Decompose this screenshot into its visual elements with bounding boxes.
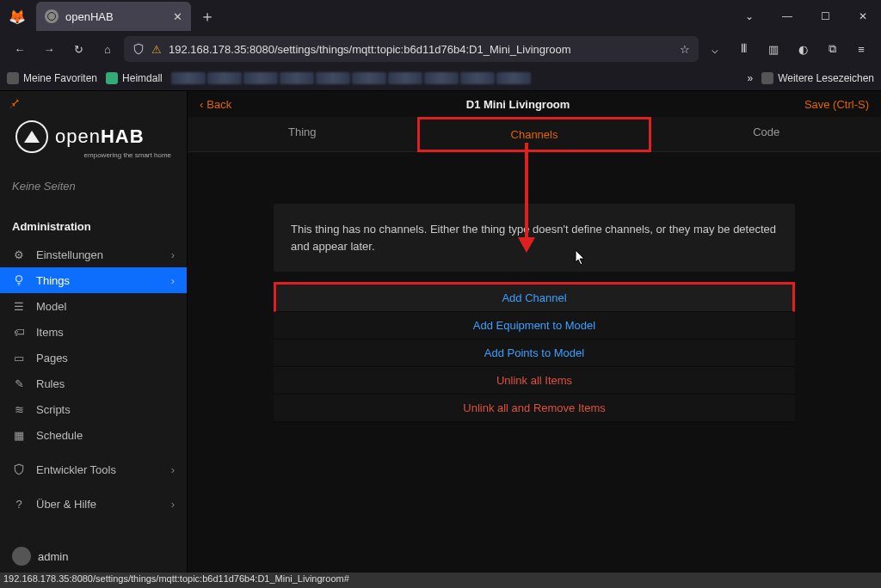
window-minimize-button[interactable]: — [769,10,805,22]
openhab-favicon-icon [45,9,59,23]
question-icon: ? [12,497,26,511]
tab-title: openHAB [65,10,114,23]
folder-icon [7,72,19,84]
chevron-left-icon: ‹ [200,98,203,111]
sidebar-icon[interactable]: ▥ [761,37,786,61]
tab-channels[interactable]: Channels [417,117,652,152]
library-icon[interactable]: 𝄃𝄃 [731,37,757,61]
tab-code[interactable]: Code [651,117,881,152]
user-name: admin [38,550,68,563]
no-channels-message: This thing has no channels. Either the t… [274,204,795,272]
sidebar-item-label: Pages [36,352,68,364]
bookmark-meine-favoriten[interactable]: Meine Favoriten [7,72,97,84]
openhab-logo-icon [15,120,48,153]
url-text: 192.168.178.35:8080/settings/things/mqtt… [169,43,673,56]
sidebar-item-settings[interactable]: ⚙ Einstellungen › [0,242,187,267]
main-content: ‹ Back D1 Mini Livingroom Save (Ctrl-S) … [188,91,881,573]
sidebar-item-label: Items [36,326,64,339]
nav-forward-button[interactable]: → [36,37,62,61]
sidebar: openHAB empowering the smart home Keine … [0,91,188,573]
sidebar-item-label: Einstellungen [36,248,103,261]
add-equipment-button[interactable]: Add Equipment to Model [274,312,795,340]
sidebar-user[interactable]: admin [0,540,187,573]
url-bar[interactable]: ⚠ 192.168.178.35:8080/settings/things/mq… [124,36,699,62]
extension-icon[interactable]: ◐ [790,37,816,61]
shield-icon [132,43,145,55]
firefox-logo-icon: 🦊 [7,9,28,25]
tab-close-icon[interactable]: ✕ [173,10,182,23]
nav-reload-button[interactable]: ↻ [65,37,91,61]
sidebar-item-pages[interactable]: ▭ Pages [0,345,187,371]
sidebar-item-label: Scripts [36,403,71,416]
browser-titlebar: 🦊 openHAB ✕ ＋ ⌄ — ☐ ✕ [0,0,881,33]
gear-icon: ⚙ [12,248,26,261]
sidebar-item-label: Rules [36,377,65,390]
sidebar-no-pages: Keine Seiten [0,173,187,199]
sidebar-item-label: Things [36,274,70,287]
nav-back-button[interactable]: ← [7,37,33,61]
tab-row: Thing Channels Code [188,117,881,152]
bookmark-label: Heimdall [122,72,163,84]
chevron-right-icon: › [171,248,175,261]
lightbulb-icon [12,273,26,287]
calendar-icon: ▦ [12,428,26,442]
window-icon: ▭ [12,351,26,364]
pocket-icon[interactable]: ⌵ [702,37,728,61]
unlink-all-button[interactable]: Unlink all Items [274,367,795,395]
browser-status-bar: 192.168.178.35:8080/settings/things/mqtt… [0,573,881,588]
sidebar-item-items[interactable]: 🏷 Items [0,319,187,345]
back-label: Back [206,98,231,111]
lock-insecure-icon: ⚠ [151,43,162,56]
add-channel-button[interactable]: Add Channel [274,282,795,312]
bookmark-label: Weitere Lesezeichen [778,72,874,84]
sidebar-item-rules[interactable]: ✎ Rules [0,371,187,396]
bookmark-label: Meine Favoriten [23,72,97,84]
browser-tab-active[interactable]: openHAB ✕ [36,2,191,31]
svg-point-0 [16,276,22,282]
sidebar-item-model[interactable]: ☰ Model [0,293,187,319]
sidebar-item-things[interactable]: Things › [0,267,187,293]
bookmark-heimdall[interactable]: Heimdall [106,72,163,84]
back-button[interactable]: ‹ Back [200,98,231,111]
sidebar-item-schedule[interactable]: ▦ Schedule [0,422,187,448]
nav-home-button[interactable]: ⌂ [95,37,120,61]
bookmark-weitere[interactable]: Weitere Lesezeichen [761,72,874,84]
channels-content: This thing has no channels. Either the t… [188,178,881,448]
sidebar-item-about[interactable]: ? Über & Hilfe › [0,491,187,517]
sidebar-item-scripts[interactable]: ≋ Scripts [0,396,187,422]
chevron-right-icon: › [171,274,175,287]
bookmarks-redacted [171,72,531,84]
sidebar-item-label: Model [36,300,66,313]
sidebar-item-devtools[interactable]: Entwickler Tools › [0,456,187,482]
sidebar-admin-header: Administration [0,211,187,242]
sidebar-nav: ⚙ Einstellungen › Things › ☰ Model 🏷 [0,242,187,517]
chevron-down-icon[interactable]: ⌄ [731,10,767,22]
tag-icon: 🏷 [12,325,26,339]
tab-thing[interactable]: Thing [188,117,417,152]
menu-icon[interactable]: ≡ [848,37,874,61]
script-icon: ≋ [12,402,26,416]
avatar-icon [12,547,31,566]
list-icon: ☰ [12,299,26,313]
sidebar-item-label: Entwickler Tools [36,463,116,476]
page-topbar: ‹ Back D1 Mini Livingroom Save (Ctrl-S) [188,91,881,117]
browser-tabs: openHAB ✕ ＋ [36,2,731,31]
sidebar-item-label: Über & Hilfe [36,498,96,511]
add-points-button[interactable]: Add Points to Model [274,340,795,367]
save-button[interactable]: Save (Ctrl-S) [804,98,869,111]
overflow-icon[interactable]: ⧉ [819,37,845,61]
sidebar-item-label: Schedule [36,429,83,442]
pin-sidebar-icon[interactable] [0,91,187,113]
page-title: D1 Mini Livingroom [231,98,804,111]
logo-tagline: empowering the smart home [15,151,171,159]
window-controls: ⌄ — ☐ ✕ [731,10,881,22]
window-maximize-button[interactable]: ☐ [807,10,843,22]
new-tab-button[interactable]: ＋ [200,6,215,27]
bookmark-star-icon[interactable]: ☆ [680,43,690,56]
window-close-button[interactable]: ✕ [845,10,881,22]
chevron-right-icon: › [171,463,175,476]
action-list: Add Channel Add Equipment to Model Add P… [274,282,795,422]
wand-icon: ✎ [12,377,26,390]
bookmarks-overflow-icon[interactable]: » [747,72,753,84]
unlink-remove-button[interactable]: Unlink all and Remove Items [274,395,795,422]
